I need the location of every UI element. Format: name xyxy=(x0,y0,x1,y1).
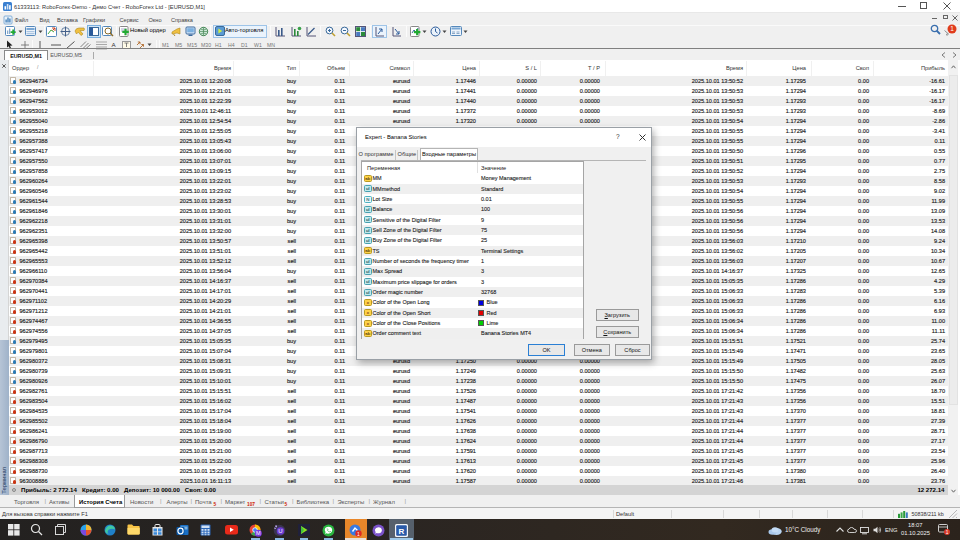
svg-text:1: 1 xyxy=(946,530,949,535)
svg-text:U: U xyxy=(278,528,282,534)
svg-text:1: 1 xyxy=(950,25,954,32)
svg-text:M: M xyxy=(256,530,261,536)
svg-text:R: R xyxy=(399,527,405,536)
svg-text:1: 1 xyxy=(357,530,360,536)
